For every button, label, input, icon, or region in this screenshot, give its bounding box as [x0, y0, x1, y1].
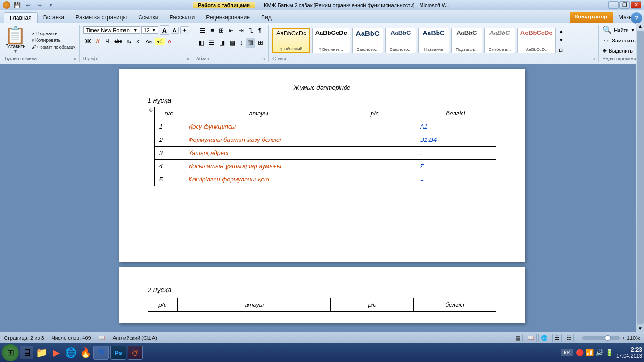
btn-cut[interactable]: ✂ Вырезать [31, 31, 76, 37]
view-normal-btn[interactable]: ▤ [513, 334, 523, 342]
tab-rassylki[interactable]: Рассылки [164, 12, 200, 23]
help-button[interactable]: ? [631, 12, 642, 24]
btn-select[interactable]: ⌖ Выделить ▼ [603, 47, 639, 55]
scroll-thumb[interactable] [637, 31, 644, 324]
increase-indent-btn[interactable]: ⇥ [237, 25, 246, 35]
tab-glavnaya[interactable]: Главная [4, 12, 38, 23]
fontcolor-btn[interactable]: А [165, 38, 174, 45]
scroll-up-btn[interactable]: ▲ [637, 23, 644, 30]
start-button[interactable]: ⊞ [2, 344, 19, 361]
btn-vstavit[interactable]: 📋 Вставить ▼ [5, 27, 29, 54]
bullets-btn[interactable]: ☰ [198, 25, 207, 35]
multilevel-btn[interactable]: ⊞ [217, 25, 226, 35]
scroll-down-btn[interactable]: ▼ [637, 325, 644, 332]
btn-copy[interactable]: ⎘ Копировать [31, 37, 76, 43]
zoom-level[interactable]: 110% [627, 335, 640, 341]
zoom-slider[interactable] [582, 336, 620, 340]
tab-vid[interactable]: Вид [256, 12, 277, 23]
subscript-btn[interactable]: x₂ [125, 38, 133, 45]
tab-recenzirovanie[interactable]: Рецензирование [200, 12, 256, 23]
cell-num-2: 2 [154, 133, 183, 147]
decrease-indent-btn[interactable]: ⇤ [227, 25, 236, 35]
status-language[interactable]: Английский (США) [113, 335, 157, 341]
highlight-btn[interactable]: аб [155, 38, 164, 45]
zoom-out-btn[interactable]: − [578, 335, 580, 341]
textcase-btn[interactable]: Аа [144, 38, 154, 45]
style-heading1[interactable]: AaBbC Заголово... [352, 28, 383, 53]
font-expand[interactable]: ↘ [186, 57, 189, 61]
tab-konstruktor[interactable]: Конструктор [570, 12, 613, 23]
numbering-btn[interactable]: ≡ [208, 25, 216, 35]
time-display[interactable]: 2:23 17.04.2013 [616, 346, 642, 359]
cell-num-3: 3 [154, 147, 183, 160]
btn-format-painter[interactable]: 🖌 Формат по образцу [31, 44, 76, 50]
view-outline-btn[interactable]: ☰ [552, 334, 562, 342]
styles-expand[interactable]: ↘ [592, 57, 595, 61]
font-shrink-btn[interactable]: A [171, 27, 179, 34]
quick-dropdown[interactable]: ▼ [46, 0, 56, 10]
style-heading2[interactable]: AaBbC Заголово... [385, 28, 416, 53]
page1-subtitle: Жұмыс дәптерінде [148, 83, 496, 91]
justify-btn[interactable]: ▤ [228, 38, 237, 48]
vertical-scrollbar[interactable]: ▲ ▼ [636, 23, 644, 332]
tab-ssylki[interactable]: Ссылки [132, 12, 164, 23]
find-arrow[interactable]: ▼ [631, 28, 635, 33]
underline-btn[interactable]: Ч [103, 37, 111, 46]
btn-find[interactable]: 🔍 Найти ▼ [603, 25, 635, 34]
maximize-button[interactable]: ❐ [619, 1, 630, 9]
style-obychny[interactable]: AaBbCcDc ¶ Обычный [272, 28, 310, 53]
tray-lang[interactable]: КК [561, 349, 573, 356]
taskbar-mail-btn[interactable]: @ [128, 346, 143, 360]
taskbar-ps-btn[interactable]: Ps [110, 346, 126, 360]
align-left-btn[interactable]: ◧ [197, 38, 206, 48]
close-button[interactable]: ✕ [631, 1, 641, 9]
table-move-handle[interactable]: ⊕ [148, 107, 154, 113]
tab-razmetka[interactable]: Разметка страницы [70, 12, 132, 23]
style-weak[interactable]: AaBbC Слабое в... [484, 28, 515, 53]
style-label-bez: ¶ Без инте... [319, 47, 343, 52]
taskbar-word-btn[interactable]: W [93, 346, 109, 360]
clear-format-btn[interactable]: ✦ [180, 26, 189, 34]
view-web-btn[interactable]: 🌐 [538, 334, 550, 342]
btn-replace[interactable]: ↔ Заменить [603, 36, 635, 45]
styles-more-btn[interactable]: ⊟ [559, 47, 564, 53]
style-subtitle[interactable]: AaBbC Подзагол... [451, 28, 482, 53]
border-btn[interactable]: ⊞ [256, 38, 265, 48]
show-marks-btn[interactable]: ¶ [256, 25, 264, 35]
font-size-selector[interactable]: 12 ▼ [141, 26, 158, 34]
font-grow-btn[interactable]: A [160, 25, 169, 35]
style-bez-inte[interactable]: AaBbCcDc ¶ Без инте... [312, 28, 350, 53]
paragraph-expand[interactable]: ↘ [262, 57, 265, 61]
bold-btn[interactable]: Ж [83, 37, 93, 46]
sort-btn[interactable]: ⇅ [247, 25, 256, 35]
quick-redo[interactable]: ↪ [35, 0, 44, 10]
style-name[interactable]: AaBbC Название [418, 28, 449, 53]
linespacing-btn[interactable]: ↕ [238, 38, 245, 48]
taskbar-browser[interactable]: 🌐 [64, 346, 77, 359]
tab-vstavka[interactable]: Вставка [38, 12, 70, 23]
view-reading-btn[interactable]: 📖 [525, 334, 537, 342]
taskbar-firefox[interactable]: 🔥 [79, 346, 92, 359]
italic-btn[interactable]: К [93, 37, 102, 46]
clipboard-expand[interactable]: ↘ [73, 57, 76, 61]
vstavit-arrow[interactable]: ▼ [13, 49, 17, 54]
zoom-in-btn[interactable]: + [622, 335, 625, 341]
minimize-button[interactable]: — [608, 1, 619, 9]
status-spell-check-icon[interactable]: 📖 [99, 335, 105, 341]
taskbar-explorer[interactable]: 📁 [35, 346, 48, 359]
taskbar-app-1[interactable]: 🖥 [20, 346, 33, 359]
style-aabbccdc[interactable]: AoBbCcDc AaBbCcDc [517, 28, 556, 53]
shading-btn[interactable]: ▦ [246, 38, 255, 48]
superscript-btn[interactable]: x² [134, 38, 143, 45]
font-name-selector[interactable]: Times New Roman ▼ [83, 26, 140, 34]
view-draft-btn[interactable]: ☷ [564, 334, 574, 342]
quick-undo[interactable]: ↩ [24, 0, 33, 10]
align-right-btn[interactable]: ◨ [217, 38, 227, 48]
col2-header-name: атауы [177, 298, 331, 312]
styles-up-btn[interactable]: ▲ [559, 28, 564, 33]
strikethrough-btn[interactable]: abc [112, 38, 124, 45]
quick-save[interactable]: 💾 [12, 0, 22, 10]
taskbar-media[interactable]: ▶ [50, 346, 63, 359]
align-center-btn[interactable]: ☰ [207, 38, 216, 48]
styles-down-btn[interactable]: ▼ [559, 37, 564, 43]
